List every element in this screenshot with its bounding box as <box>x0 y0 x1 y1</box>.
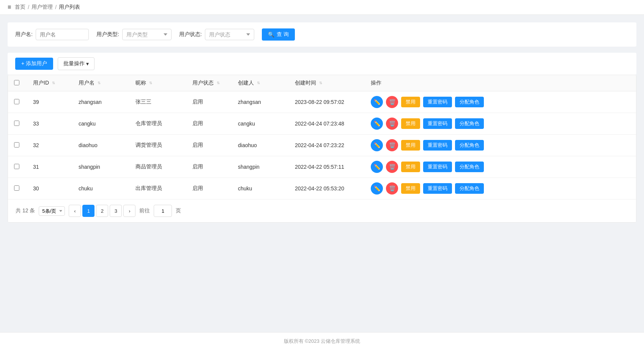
username-label: 用户名: <box>15 31 33 38</box>
cell-nickname-2: 调货管理员 <box>129 135 186 156</box>
search-button[interactable]: 🔍 查 询 <box>262 28 295 41</box>
header-checkbox-col <box>8 75 27 91</box>
filter-usertype: 用户类型: 用户类型 <box>96 29 172 40</box>
select-all-checkbox[interactable] <box>14 80 19 85</box>
assign-button-0[interactable]: 分配角色 <box>455 97 484 107</box>
disable-button-4[interactable]: 禁用 <box>401 183 420 194</box>
page-2-button[interactable]: 2 <box>96 205 108 217</box>
sort-icon-id[interactable]: ⇅ <box>52 81 55 85</box>
page-1-button[interactable]: 1 <box>82 205 94 217</box>
assign-button-2[interactable]: 分配角色 <box>455 140 484 151</box>
sort-icon-username[interactable]: ⇅ <box>98 81 101 85</box>
usertype-select[interactable]: 用户类型 <box>122 29 172 40</box>
sort-icon-status[interactable]: ⇅ <box>217 81 220 85</box>
cell-status-3: 启用 <box>186 156 232 178</box>
row-checkbox-1[interactable] <box>14 121 19 126</box>
disable-button-3[interactable]: 禁用 <box>401 162 420 172</box>
footer: 版权所有 ©2023 云储仓库管理系统 <box>0 332 644 350</box>
breadcrumb-home[interactable]: 首页 <box>15 4 25 11</box>
cell-username-3: shangpin <box>72 156 129 178</box>
cell-actions-3: ✏️ 🗑️ 禁用 重置密码 分配角色 <box>365 156 636 178</box>
edit-button-4[interactable]: ✏️ <box>371 182 383 195</box>
edit-button-2[interactable]: ✏️ <box>371 139 383 151</box>
cell-actions-0: ✏️ 🗑️ 禁用 重置密码 分配角色 <box>365 91 636 113</box>
assign-button-3[interactable]: 分配角色 <box>455 162 484 172</box>
cell-username-4: chuku <box>72 178 129 199</box>
row-checkbox-cell <box>8 156 27 178</box>
cell-username-2: diaohuo <box>72 135 129 156</box>
header-creator: 创建人 ⇅ <box>232 75 289 91</box>
breadcrumb: 首页 / 用户管理 / 用户列表 <box>15 4 80 11</box>
row-checkbox-cell <box>8 135 27 156</box>
userstatus-select[interactable]: 用户状态 <box>205 29 254 40</box>
top-bar: ≡ 首页 / 用户管理 / 用户列表 <box>0 0 644 15</box>
edit-button-0[interactable]: ✏️ <box>371 96 383 108</box>
row-checkbox-cell <box>8 113 27 135</box>
reset-button-4[interactable]: 重置密码 <box>423 183 452 194</box>
page-3-button[interactable]: 3 <box>110 205 122 217</box>
row-checkbox-2[interactable] <box>14 142 19 148</box>
cell-actions-1: ✏️ 🗑️ 禁用 重置密码 分配角色 <box>365 113 636 135</box>
table-row: 31 shangpin 商品管理员 启用 shangpin 2022-04-22… <box>8 156 636 178</box>
goto-label: 前往 <box>139 207 150 214</box>
userstatus-label: 用户状态: <box>179 31 202 38</box>
row-checkbox-3[interactable] <box>14 164 19 169</box>
cell-id-1: 33 <box>27 113 72 135</box>
menu-icon[interactable]: ≡ <box>8 4 11 11</box>
prev-page-button[interactable]: ‹ <box>69 205 81 217</box>
edit-button-1[interactable]: ✏️ <box>371 118 383 130</box>
add-user-button[interactable]: + 添加用户 <box>15 58 53 70</box>
assign-button-4[interactable]: 分配角色 <box>455 183 484 194</box>
table-row: 33 cangku 仓库管理员 启用 cangku 2022-04-24 07:… <box>8 113 636 135</box>
reset-button-0[interactable]: 重置密码 <box>423 97 452 107</box>
delete-button-4[interactable]: 🗑️ <box>386 182 398 195</box>
sort-icon-nickname[interactable]: ⇅ <box>149 81 152 85</box>
reset-button-2[interactable]: 重置密码 <box>423 140 452 151</box>
breadcrumb-sep-1: / <box>28 4 29 10</box>
page-unit: 页 <box>176 207 181 214</box>
page-size-select[interactable]: 5条/页 <box>39 206 65 216</box>
cell-status-0: 启用 <box>186 91 232 113</box>
cell-creator-2: diaohuo <box>232 135 289 156</box>
row-checkbox-4[interactable] <box>14 185 19 191</box>
next-page-button[interactable]: › <box>123 205 135 217</box>
delete-button-1[interactable]: 🗑️ <box>386 118 398 130</box>
disable-button-2[interactable]: 禁用 <box>401 140 420 151</box>
delete-button-2[interactable]: 🗑️ <box>386 139 398 151</box>
cell-id-4: 30 <box>27 178 72 199</box>
cell-username-1: cangku <box>72 113 129 135</box>
delete-button-0[interactable]: 🗑️ <box>386 96 398 108</box>
assign-button-1[interactable]: 分配角色 <box>455 118 484 129</box>
batch-button-label: 批量操作 <box>63 60 85 67</box>
goto-input[interactable] <box>154 205 172 217</box>
disable-button-1[interactable]: 禁用 <box>401 118 420 129</box>
cell-actions-2: ✏️ 🗑️ 禁用 重置密码 分配角色 <box>365 135 636 156</box>
cell-creator-4: chuku <box>232 178 289 199</box>
reset-button-1[interactable]: 重置密码 <box>423 118 452 129</box>
edit-button-3[interactable]: ✏️ <box>371 161 383 173</box>
breadcrumb-sep-2: / <box>55 4 57 10</box>
cell-creator-0: zhangsan <box>232 91 289 113</box>
toolbar: + 添加用户 批量操作 ▾ <box>8 53 636 75</box>
cell-nickname-1: 仓库管理员 <box>129 113 186 135</box>
cell-status-1: 启用 <box>186 113 232 135</box>
cell-username-0: zhangsan <box>72 91 129 113</box>
breadcrumb-user-mgmt[interactable]: 用户管理 <box>31 4 53 11</box>
filter-bar: 用户名: 用户类型: 用户类型 用户状态: 用户状态 🔍 查 询 <box>8 22 636 47</box>
reset-button-3[interactable]: 重置密码 <box>423 162 452 172</box>
delete-button-3[interactable]: 🗑️ <box>386 161 398 173</box>
cell-id-2: 32 <box>27 135 72 156</box>
disable-button-0[interactable]: 禁用 <box>401 97 420 107</box>
sort-icon-creator[interactable]: ⇅ <box>257 81 260 85</box>
cell-created-3: 2022-04-22 05:57:11 <box>289 156 365 178</box>
username-input[interactable] <box>36 29 89 40</box>
batch-button[interactable]: 批量操作 ▾ <box>58 57 94 70</box>
breadcrumb-current: 用户列表 <box>59 4 80 11</box>
main-content: 用户名: 用户类型: 用户类型 用户状态: 用户状态 🔍 查 询 <box>0 15 644 332</box>
sort-icon-created[interactable]: ⇅ <box>319 81 322 85</box>
footer-text: 版权所有 ©2023 云储仓库管理系统 <box>284 338 361 344</box>
filter-userstatus: 用户状态: 用户状态 <box>179 29 254 40</box>
cell-created-0: 2023-08-22 09:57:02 <box>289 91 365 113</box>
row-checkbox-0[interactable] <box>14 99 19 104</box>
cell-id-3: 31 <box>27 156 72 178</box>
